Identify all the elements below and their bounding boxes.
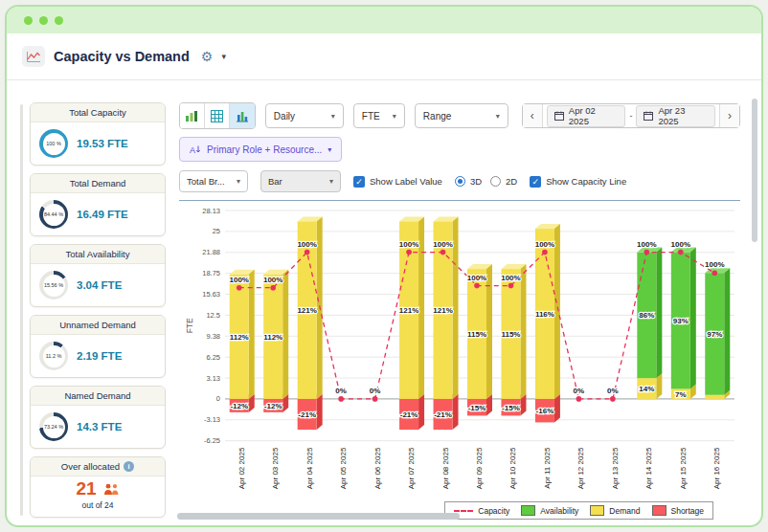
unit-select[interactable]: FTE ▾: [353, 103, 405, 128]
stat-card-title: Named Demand: [31, 387, 165, 406]
y-axis-tick: 6.25: [206, 353, 220, 362]
app-window: Capacity vs Demand ⚙ ▾ Total Capacity100…: [5, 5, 763, 527]
checkbox-checked-icon[interactable]: ✓: [530, 176, 541, 188]
value-label: 86%: [639, 311, 654, 320]
info-icon[interactable]: i: [124, 461, 134, 472]
grouping-filter-label: Primary Role + Resource...: [207, 144, 322, 155]
y-axis-tick: 18.75: [202, 269, 220, 277]
legend-item: Availability: [521, 505, 578, 516]
value-label: 100%: [467, 274, 486, 282]
x-axis-tick: Apr 16 2025: [712, 447, 721, 489]
value-label: 112%: [230, 333, 249, 342]
column-chart-view-icon[interactable]: [230, 103, 255, 128]
value-label: 121%: [433, 306, 452, 315]
x-axis-tick: Apr 09 2025: [475, 447, 484, 489]
capacity-point: [474, 283, 480, 289]
value-label: 100%: [637, 240, 656, 249]
bar-side-face: [453, 216, 459, 399]
mode-2d-option[interactable]: 2D: [490, 176, 517, 187]
period-select[interactable]: Daily ▾: [265, 103, 344, 128]
value-label: 115%: [501, 330, 520, 339]
stat-card: Total Capacity100 %19.53 FTE: [30, 102, 166, 166]
y-axis-tick: 12.5: [206, 311, 220, 320]
breakdown-select[interactable]: Total Br... ▾: [179, 170, 248, 192]
chart-type-select[interactable]: Bar ▾: [260, 170, 341, 192]
value-label: 100%: [263, 276, 282, 284]
chart-toolbar: Daily ▾ FTE ▾ Range ▾ ‹: [179, 102, 740, 129]
value-label: 93%: [673, 317, 689, 325]
view-switcher: [179, 102, 256, 129]
value-label: -21%: [400, 410, 418, 419]
capacity-point: [610, 396, 616, 402]
stat-card-title: Total Capacity: [31, 103, 165, 122]
chevron-down-icon: ▾: [328, 145, 331, 154]
legend-label: Availability: [540, 506, 578, 516]
value-label: -12%: [230, 402, 248, 410]
date-range-picker: ‹ Apr 02 2025 - Apr 2: [522, 103, 740, 128]
prev-period-button[interactable]: ‹: [523, 104, 543, 127]
value-label: -15%: [502, 404, 520, 412]
calendar-icon: [554, 111, 564, 121]
radio-unselected-icon[interactable]: [490, 176, 501, 187]
grouping-filter-chip[interactable]: A Primary Role + Resource... ▾: [179, 137, 342, 162]
stat-donut-chart: 73.24 %: [39, 412, 68, 441]
x-axis-tick: Apr 12 2025: [576, 447, 585, 489]
next-period-button[interactable]: ›: [719, 104, 739, 127]
show-label-value-option[interactable]: ✓ Show Label Value: [353, 176, 442, 188]
legend-item: Shortage: [652, 505, 705, 516]
show-capacity-line-label: Show Capacity Line: [546, 176, 626, 187]
stat-card-title: Unnamed Demand: [31, 316, 165, 335]
value-label: 100%: [705, 260, 724, 269]
date-from-chip[interactable]: Apr 02 2025: [547, 105, 626, 127]
window-dot-icon[interactable]: [24, 16, 33, 25]
show-capacity-line-option[interactable]: ✓ Show Capacity Line: [530, 176, 626, 188]
date-to-chip[interactable]: Apr 23 2025: [636, 105, 715, 127]
chart-area: 28.132521.8818.7515.6312.59.386.253.130-…: [179, 203, 740, 501]
stat-percent: 11.2 %: [46, 353, 62, 359]
y-axis-tick: -6.25: [204, 436, 220, 445]
radio-selected-icon[interactable]: [455, 176, 465, 187]
bar-side-face: [554, 224, 560, 399]
x-axis-tick: Apr 11 2025: [543, 447, 552, 489]
window-dot-icon[interactable]: [39, 16, 48, 25]
value-label: 100%: [399, 240, 418, 249]
chevron-down-icon[interactable]: ▾: [221, 52, 226, 61]
stat-donut-chart: 15.56 %: [39, 271, 68, 299]
y-axis-tick: -3.13: [204, 415, 220, 424]
legend-color-swatch: [590, 505, 604, 516]
value-label: 0%: [607, 387, 619, 395]
value-label: 100%: [535, 240, 554, 249]
show-label-value-label: Show Label Value: [370, 176, 442, 187]
chevron-down-icon: ▾: [393, 112, 396, 121]
legend-label: Shortage: [671, 506, 705, 516]
stat-cards-list: Total Capacity100 %19.53 FTETotal Demand…: [30, 102, 169, 518]
y-axis-tick: 21.88: [202, 248, 220, 256]
capacity-point: [406, 250, 412, 255]
value-label: 100%: [297, 240, 316, 249]
table-view-icon[interactable]: [205, 103, 230, 128]
capacity-point: [440, 250, 446, 255]
capacity-point: [338, 396, 344, 402]
stat-value: 2.19 FTE: [77, 350, 122, 362]
legend-label: Capacity: [478, 506, 509, 516]
over-allocated-title-text: Over allocated: [61, 461, 120, 472]
stat-card-body: 100 %19.53 FTE: [31, 122, 165, 165]
sidebar-scrollbar[interactable]: [20, 104, 23, 516]
x-axis-tick: Apr 07 2025: [407, 447, 416, 489]
chevron-down-icon: ▾: [331, 112, 335, 121]
settings-gear-icon[interactable]: ⚙: [201, 50, 214, 63]
bar-segment[interactable]: [705, 395, 724, 399]
capacity-point: [305, 250, 310, 255]
checkbox-checked-icon[interactable]: ✓: [353, 176, 365, 188]
window-dot-icon[interactable]: [55, 16, 63, 25]
range-select[interactable]: Range ▾: [415, 103, 508, 128]
over-allocated-count: 21: [76, 478, 96, 499]
over-allocated-title: Over allocatedi: [31, 457, 165, 477]
y-axis-tick: 0: [216, 394, 220, 403]
capacity-chart-icon: [22, 46, 45, 67]
stat-donut-chart: 11.2 %: [39, 342, 68, 370]
mode-3d-option[interactable]: 3D: [455, 176, 482, 187]
horizontal-scrollbar[interactable]: [177, 513, 460, 520]
bar-chart-view-icon[interactable]: [180, 103, 205, 128]
vertical-scrollbar[interactable]: [752, 99, 757, 242]
